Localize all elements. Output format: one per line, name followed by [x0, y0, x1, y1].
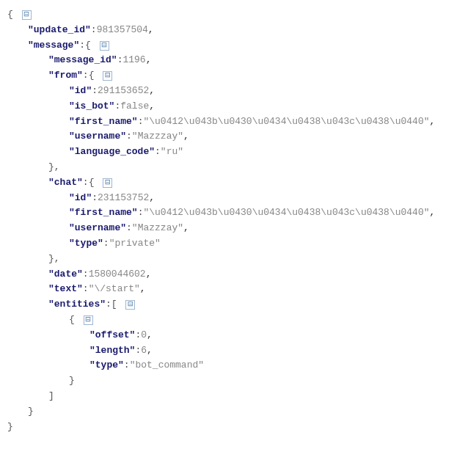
prop-from-username: "username":"Mazzzay", — [7, 129, 469, 145]
prop-message-open: "message":{ ⊟ — [7, 38, 469, 54]
prop-chat-first-name: "first_name":"\u0412\u043b\u0430\u0434\u… — [7, 205, 469, 221]
root-close: } — [7, 420, 469, 435]
message-close: } — [7, 404, 469, 420]
collapse-icon[interactable]: ⊟ — [22, 10, 32, 20]
collapse-icon[interactable]: ⊟ — [125, 300, 135, 310]
prop-chat-open: "chat":{ ⊟ — [7, 175, 469, 191]
prop-chat-username: "username":"Mazzzay", — [7, 221, 469, 236]
prop-chat-type: "type":"private" — [7, 236, 469, 252]
json-tree: { ⊟ "update_id":981357504, "message":{ ⊟… — [7, 7, 469, 434]
collapse-icon[interactable]: ⊟ — [103, 178, 112, 188]
prop-date: "date":1580044602, — [7, 267, 469, 282]
prop-from-open: "from":{ ⊟ — [7, 68, 469, 84]
entities-item-open: { ⊟ — [7, 313, 469, 328]
from-close: }, — [7, 160, 469, 175]
prop-from-is-bot: "is_bot":false, — [7, 99, 469, 114]
prop-from-first-name: "first_name":"\u0412\u043b\u0430\u0434\u… — [7, 114, 469, 130]
prop-from-id: "id":291153652, — [7, 84, 469, 99]
prop-message-id: "message_id":1196, — [7, 53, 469, 68]
prop-update-id: "update_id":981357504, — [7, 23, 469, 38]
prop-entity-offset: "offset":0, — [7, 328, 469, 343]
collapse-icon[interactable]: ⊟ — [84, 315, 93, 325]
prop-from-language-code: "language_code":"ru" — [7, 145, 469, 160]
root-open: { ⊟ — [7, 7, 469, 23]
entities-close: ] — [7, 389, 469, 404]
collapse-icon[interactable]: ⊟ — [100, 41, 109, 51]
prop-text: "text":"\/start", — [7, 282, 469, 297]
chat-close: }, — [7, 252, 469, 267]
entities-item-close: } — [7, 373, 469, 389]
collapse-icon[interactable]: ⊟ — [103, 71, 112, 81]
prop-chat-id: "id":231153752, — [7, 191, 469, 206]
prop-entity-type: "type":"bot_command" — [7, 358, 469, 373]
prop-entities-open: "entities":[ ⊟ — [7, 297, 469, 313]
prop-entity-length: "length":6, — [7, 343, 469, 359]
